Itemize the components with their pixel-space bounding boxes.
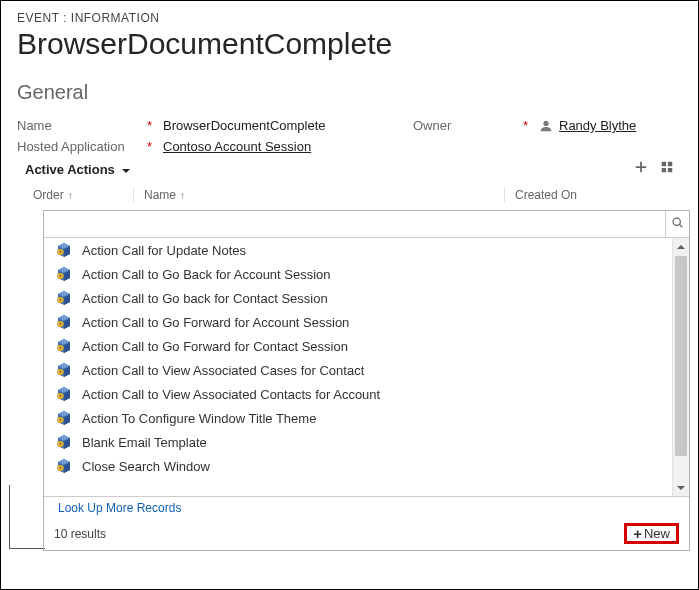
active-actions-label: Active Actions <box>25 162 115 177</box>
name-label: Name <box>17 118 147 133</box>
required-marker: * <box>523 118 539 133</box>
required-marker: * <box>147 118 163 133</box>
lookup-item-label: Action Call to Go back for Contact Sessi… <box>82 291 328 306</box>
required-marker: * <box>147 139 163 154</box>
tree-connector-line <box>9 485 45 549</box>
lookup-item[interactable]: Action Call to Go Forward for Account Se… <box>44 310 672 334</box>
chevron-down-icon <box>676 479 686 497</box>
page-title: BrowserDocumentComplete <box>17 27 682 61</box>
hosted-application-label: Hosted Application <box>17 139 147 154</box>
action-call-icon <box>56 338 72 354</box>
add-record-button[interactable] <box>634 160 648 178</box>
search-button[interactable] <box>665 211 689 237</box>
lookup-item-label: Action Call to Go Forward for Account Se… <box>82 315 349 330</box>
chevron-down-icon <box>121 164 131 174</box>
action-call-icon <box>56 242 72 258</box>
column-header-name[interactable]: Name ↑ <box>133 188 504 202</box>
lookup-more-records-link[interactable]: Look Up More Records <box>44 497 689 519</box>
column-header-order[interactable]: Order ↑ <box>33 188 133 202</box>
lookup-item-label: Action Call to View Associated Contacts … <box>82 387 380 402</box>
lookup-item[interactable]: Action Call to View Associated Cases for… <box>44 358 672 382</box>
lookup-item-label: Action Call to Go Forward for Contact Se… <box>82 339 348 354</box>
action-call-icon <box>56 434 72 450</box>
lookup-search-input[interactable] <box>44 212 665 237</box>
lookup-item[interactable]: Close Search Window <box>44 454 672 478</box>
column-header-order-label: Order <box>33 188 64 202</box>
lookup-item[interactable]: Action Call to Go back for Contact Sessi… <box>44 286 672 310</box>
person-icon <box>539 119 553 133</box>
action-call-icon <box>56 266 72 282</box>
lookup-item[interactable]: Blank Email Template <box>44 430 672 454</box>
lookup-item-label: Action To Configure Window Title Theme <box>82 411 316 426</box>
scroll-up-button[interactable] <box>673 238 689 255</box>
lookup-dropdown: Action Call for Update NotesAction Call … <box>43 210 690 551</box>
action-call-icon <box>56 458 72 474</box>
new-button[interactable]: + New <box>624 523 679 544</box>
action-call-icon <box>56 410 72 426</box>
action-call-icon <box>56 290 72 306</box>
name-value[interactable]: BrowserDocumentComplete <box>163 118 383 133</box>
hosted-application-link[interactable]: Contoso Account Session <box>163 139 311 154</box>
lookup-item-label: Blank Email Template <box>82 435 207 450</box>
column-header-created-label: Created On <box>515 188 577 202</box>
action-call-icon <box>56 314 72 330</box>
sort-asc-icon: ↑ <box>180 190 185 201</box>
lookup-item[interactable]: Action Call to View Associated Contacts … <box>44 382 672 406</box>
scroll-down-button[interactable] <box>673 479 689 496</box>
owner-label: Owner <box>413 118 523 133</box>
lookup-item[interactable]: Action To Configure Window Title Theme <box>44 406 672 430</box>
sort-asc-icon: ↑ <box>68 190 73 201</box>
results-count: 10 results <box>54 527 106 541</box>
section-title-general: General <box>17 81 682 104</box>
column-header-name-label: Name <box>144 188 176 202</box>
chevron-up-icon <box>676 238 686 256</box>
lookup-item[interactable]: Action Call to Go Forward for Contact Se… <box>44 334 672 358</box>
search-icon <box>671 215 684 233</box>
lookup-item[interactable]: Action Call for Update Notes <box>44 238 672 262</box>
breadcrumb: EVENT : INFORMATION <box>17 11 682 25</box>
column-header-created-on[interactable]: Created On <box>504 188 674 202</box>
new-button-label: New <box>644 526 670 541</box>
action-call-icon <box>56 386 72 402</box>
action-call-icon <box>56 362 72 378</box>
lookup-item-label: Action Call for Update Notes <box>82 243 246 258</box>
scrollbar-track <box>672 238 689 496</box>
scrollbar-thumb[interactable] <box>675 256 687 456</box>
lookup-item-label: Close Search Window <box>82 459 210 474</box>
active-actions-toggle[interactable]: Active Actions <box>25 162 131 177</box>
lookup-item[interactable]: Action Call to Go Back for Account Sessi… <box>44 262 672 286</box>
lookup-item-label: Action Call to View Associated Cases for… <box>82 363 364 378</box>
lookup-item-label: Action Call to Go Back for Account Sessi… <box>82 267 331 282</box>
plus-icon: + <box>633 526 642 541</box>
owner-link[interactable]: Randy Blythe <box>559 118 636 133</box>
view-grid-button[interactable] <box>660 160 674 178</box>
